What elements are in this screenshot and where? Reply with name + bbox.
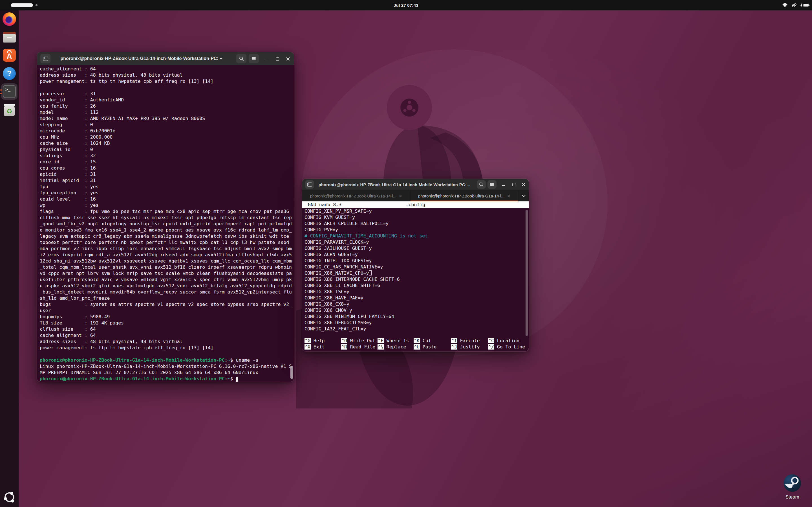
terminal-line: _total cqm_mbm_local user_shstk avx_vnni…	[37, 264, 294, 270]
clock[interactable]: Jul 27 07:43	[0, 0, 812, 10]
nano-line: CONFIG_IA32_FEAT_CTL=y	[302, 326, 529, 332]
shortcut-label: Where Is	[384, 338, 409, 343]
minimize-button[interactable]	[263, 55, 271, 63]
terminal-line: clflush size : 64	[37, 326, 294, 332]
new-tab-icon	[307, 182, 312, 187]
new-tab-button[interactable]	[305, 180, 314, 189]
shortcut-key: ^T	[451, 338, 457, 343]
nano-line: CONFIG_INTEL_TDX_GUEST=y	[302, 258, 529, 264]
minimize-icon	[265, 60, 268, 60]
new-tab-button[interactable]	[40, 54, 50, 63]
dock-item-help[interactable]: ?	[2, 66, 16, 80]
steam-icon-label: Steam	[776, 494, 808, 500]
terminal-line: cache_alignment : 64	[37, 332, 294, 339]
system-tray[interactable]	[782, 0, 809, 10]
terminal-tab[interactable]: phoronix@phoronix-HP-ZBook-Ultra-G1a-14-…	[410, 190, 519, 202]
volume-muted-icon	[791, 3, 797, 8]
terminal-line: fpu_exception : yes	[37, 190, 294, 196]
nano-header: GNU nano 8.3 .config	[302, 202, 529, 208]
dock-item-trash[interactable]: ♻	[2, 103, 16, 117]
nano-shortcut: ^U Paste	[414, 344, 451, 350]
nano-editor[interactable]: GNU nano 8.3 .config CONFIG_XEN_PV_MSR_S…	[302, 202, 529, 351]
tab-list-button[interactable]	[518, 190, 529, 202]
nano-shortcut: ^J Justify	[451, 344, 488, 350]
menu-icon	[252, 57, 256, 60]
terminal-line: vd cppc arat npt lbrv svm_lock nrip_save…	[37, 270, 294, 277]
terminal-icon: >_	[3, 85, 16, 98]
shortcut-key: ^X	[305, 344, 311, 349]
help-icon: ?	[3, 67, 16, 80]
search-button[interactable]	[477, 180, 486, 189]
nano-scrollbar[interactable]	[525, 210, 528, 336]
nano-shortcuts: ^G Help^O Write Out^F Where Is^K Cut^T E…	[305, 338, 527, 350]
dock-item-firefox[interactable]	[2, 12, 16, 26]
maximize-button[interactable]	[273, 55, 282, 63]
dock-item-show-apps[interactable]	[3, 491, 15, 503]
dock-item-app-center[interactable]: A	[2, 48, 16, 62]
tab-close-button[interactable]: ×	[399, 193, 402, 198]
nano-shortcut: ^/ Go To Line	[488, 344, 527, 350]
terminal-line: siblings : 32	[37, 153, 294, 159]
battery-charging-icon	[800, 3, 809, 7]
dock-item-files[interactable]	[2, 30, 16, 44]
nano-line: CONFIG_X86_HAVE_PAE=y	[302, 295, 529, 301]
wifi-icon	[782, 3, 788, 8]
terminal-line: phoronix@phoronix-HP-ZBook-Ultra-G1a-14-…	[37, 376, 294, 382]
minimize-button[interactable]	[500, 181, 507, 188]
nano-line: CONFIG_JAILHOUSE_GUEST=y	[302, 245, 529, 251]
search-button[interactable]	[236, 54, 246, 63]
terminal-line: initial apicid : 31	[37, 177, 294, 184]
terminal-line: cache size : 1024 KB	[37, 140, 294, 147]
terminal-line: physical id : 0	[37, 147, 294, 153]
terminal-line: apicid : 31	[37, 171, 294, 177]
menu-button[interactable]	[249, 54, 259, 63]
terminal-line	[37, 351, 294, 357]
left-terminal-body[interactable]: cache_alignment : 64address sizes : 48 b…	[37, 65, 294, 382]
nano-shortcut: ^K Cut	[414, 338, 451, 344]
close-button[interactable]	[284, 55, 292, 63]
terminal-line: core id : 15	[37, 159, 294, 165]
search-icon	[479, 182, 484, 187]
search-icon	[239, 56, 244, 61]
terminal-line: bus_lock_detect movdiri movdir64b overfl…	[37, 289, 294, 295]
maximize-icon	[276, 57, 279, 61]
nano-shortcut: ^F Where Is	[377, 338, 414, 344]
window-title: phoronix@phoronix-HP-ZBook-Ultra-G1a-14-…	[54, 52, 229, 65]
steam-logo-icon	[783, 474, 801, 492]
menu-button[interactable]	[488, 180, 497, 189]
nano-shortcut: ^G Help	[305, 338, 341, 344]
left-terminal-headerbar[interactable]: phoronix@phoronix-HP-ZBook-Ultra-G1a-14-…	[37, 52, 294, 65]
tab-close-button[interactable]: ×	[507, 193, 511, 198]
terminal-line: microcode : 0xb70001e	[37, 128, 294, 134]
shortcut-key: ^R	[341, 344, 347, 349]
dock-item-terminal[interactable]: >_	[1, 83, 17, 100]
files-icon	[3, 32, 16, 43]
shortcut-key: ^C	[488, 338, 494, 343]
nano-line: CONFIG_XEN_PV_MSR_SAFE=y	[302, 208, 529, 214]
nano-filename: .config	[302, 202, 529, 208]
terminal-line: bugs : sysret_ss_attrs spectre_v1 spectr…	[37, 301, 294, 307]
nano-line: CONFIG_ACRN_GUEST=y	[302, 251, 529, 258]
terminal-line: _good amd_lbr_v2 nopl xtopology nonstop_…	[37, 221, 294, 227]
close-button[interactable]	[520, 181, 527, 188]
text-cursor	[236, 377, 238, 382]
shortcut-key: ^\	[377, 344, 384, 349]
window-title: phoronix@phoronix-HP-ZBook-Ultra-G1a-14-…	[316, 179, 472, 190]
terminal-line: vendor_id : AuthenticAMD	[37, 97, 294, 103]
maximize-button[interactable]	[510, 181, 517, 188]
terminal-line: MP PREEMPT_DYNAMIC Sun Jul 27 07:27:16 C…	[37, 370, 294, 376]
nano-shortcut: ^T Execute	[451, 338, 488, 344]
shortcut-key: ^G	[305, 338, 311, 343]
nano-line: CONFIG_X86_DEBUGCTLMSR=y	[302, 320, 529, 326]
terminal-line: clflush mmx fxsr sse sse2 ht syscall nx …	[37, 215, 294, 221]
left-terminal-scrollbar[interactable]	[290, 366, 293, 379]
right-terminal-headerbar[interactable]: phoronix@phoronix-HP-ZBook-Ultra-G1a-14-…	[302, 179, 529, 190]
terminal-tab[interactable]: phoronix@phoronix-HP-ZBook-Ultra-G1a-14-…	[302, 190, 410, 202]
terminal-line: 12cd sha_ni avx512bw avx512vl xsaveopt x…	[37, 258, 294, 264]
nano-cursor	[369, 270, 371, 276]
terminal-line: TLB size : 192 4K pages	[37, 320, 294, 326]
terminal-line: phoronix@phoronix-HP-ZBook-Ultra-G1a-14-…	[37, 357, 294, 363]
nano-lines: CONFIG_XEN_PV_MSR_SAFE=yCONFIG_KVM_GUEST…	[302, 208, 529, 332]
terminal-line: sh_l1d amd_lbr_pmc_freeze	[37, 295, 294, 301]
steam-desktop-icon[interactable]: Steam	[776, 474, 808, 500]
